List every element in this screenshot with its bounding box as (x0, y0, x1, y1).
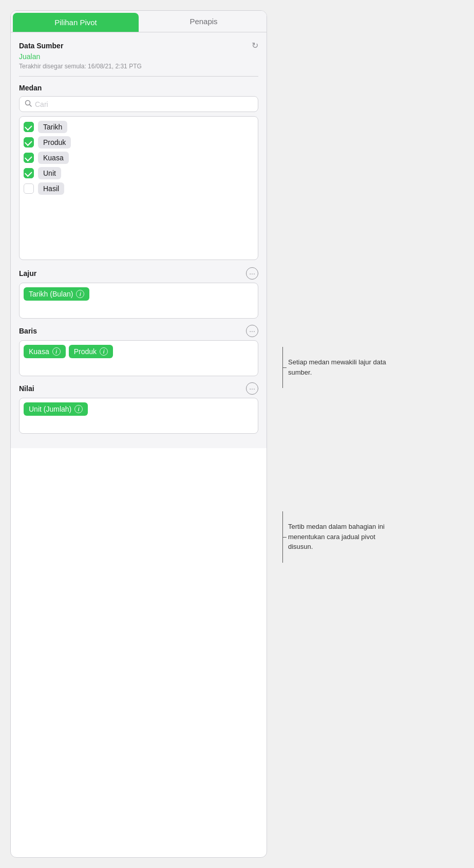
panel-body: Data Sumber ↻ Jualan Terakhir disegar se… (11, 32, 267, 448)
checkbox-hasil[interactable] (24, 183, 34, 194)
field-tag-kuasa[interactable]: Kuasa (38, 152, 69, 164)
search-icon (25, 100, 32, 108)
baris-tag-kuasa[interactable]: Kuasa i (24, 345, 66, 358)
tab-pilihan-pivot[interactable]: Pilihan Pivot (13, 13, 139, 32)
nilai-tag-info-icon[interactable]: i (74, 405, 83, 413)
annotation-2-line (282, 511, 283, 563)
search-input[interactable] (35, 100, 253, 108)
nilai-title: Nilai (19, 384, 34, 393)
field-tag-hasil[interactable]: Hasil (38, 182, 64, 195)
baris-header: Baris ··· (19, 325, 258, 337)
divider (19, 76, 258, 77)
lajur-tag-label: Tarikh (Bulan) (29, 290, 73, 298)
tab-penapis[interactable]: Penapis (141, 11, 267, 32)
search-box (19, 96, 258, 112)
main-container: Pilihan Pivot Penapis Data Sumber ↻ Jual… (0, 0, 474, 868)
pivot-panel: Pilihan Pivot Penapis Data Sumber ↻ Jual… (10, 10, 267, 858)
baris-tag-kuasa-label: Kuasa (29, 347, 49, 356)
baris-tag-produk-info-icon[interactable]: i (100, 347, 108, 356)
lajur-content: Tarikh (Bulan) i (19, 283, 258, 319)
checkbox-tarikh[interactable] (24, 122, 34, 132)
medan-title: Medan (19, 84, 258, 92)
annotation-2-bracket (282, 511, 283, 563)
field-item-produk: Produk (24, 136, 254, 149)
lajur-section: Lajur ··· Tarikh (Bulan) i (19, 267, 258, 319)
checkbox-produk[interactable] (24, 137, 34, 147)
checkbox-unit[interactable] (24, 168, 34, 178)
annotation-2-tick (282, 537, 287, 538)
field-item-hasil: Hasil (24, 182, 254, 195)
field-tag-tarikh[interactable]: Tarikh (38, 121, 67, 133)
annotation-2-text: Tertib medan dalam bahagian ini menentuk… (288, 522, 401, 552)
annotation-2: Tertib medan dalam bahagian ini menentuk… (282, 511, 474, 563)
lajur-tag-info-icon[interactable]: i (76, 290, 84, 298)
annotation-1-line (282, 347, 283, 388)
data-source-name[interactable]: Jualan (19, 52, 258, 61)
data-source-timestamp: Terakhir disegar semula: 16/08/21, 2:31 … (19, 63, 258, 70)
annotation-1-text: Setiap medan mewakili lajur data sumber. (288, 357, 401, 377)
baris-tag-kuasa-info-icon[interactable]: i (52, 347, 61, 356)
medan-section: Medan Tarikh (19, 84, 258, 260)
baris-title: Baris (19, 327, 37, 335)
field-tag-produk[interactable]: Produk (38, 136, 71, 149)
fields-list: Tarikh Produk Kuasa Unit (19, 116, 258, 260)
baris-content: Kuasa i Produk i (19, 340, 258, 376)
baris-section: Baris ··· Kuasa i Produk i (19, 325, 258, 376)
lajur-title: Lajur (19, 269, 36, 278)
checkbox-kuasa[interactable] (24, 153, 34, 163)
nilai-section: Nilai ··· Unit (Jumlah) i (19, 382, 258, 434)
field-item-kuasa: Kuasa (24, 152, 254, 164)
annotation-area: Setiap medan mewakili lajur data sumber.… (282, 10, 474, 858)
field-item-unit: Unit (24, 167, 254, 179)
refresh-icon[interactable]: ↻ (252, 41, 258, 50)
lajur-tag-tarikh-bulan[interactable]: Tarikh (Bulan) i (24, 287, 89, 301)
lajur-more-button[interactable]: ··· (246, 267, 258, 280)
baris-tag-produk-label: Produk (74, 347, 97, 356)
annotation-1: Setiap medan mewakili lajur data sumber. (282, 347, 474, 388)
nilai-tag-unit-jumlah[interactable]: Unit (Jumlah) i (24, 402, 88, 416)
nilai-more-button[interactable]: ··· (246, 382, 258, 395)
nilai-tag-label: Unit (Jumlah) (29, 405, 71, 413)
svg-line-1 (30, 105, 32, 107)
field-item-tarikh: Tarikh (24, 121, 254, 133)
baris-tag-produk[interactable]: Produk i (69, 345, 113, 358)
annotation-1-bracket (282, 347, 283, 388)
field-tag-unit[interactable]: Unit (38, 167, 61, 179)
data-sumber-header: Data Sumber ↻ (19, 41, 258, 50)
data-sumber-title: Data Sumber (19, 42, 63, 50)
baris-more-button[interactable]: ··· (246, 325, 258, 337)
lajur-header: Lajur ··· (19, 267, 258, 280)
nilai-content: Unit (Jumlah) i (19, 398, 258, 434)
nilai-header: Nilai ··· (19, 382, 258, 395)
annotation-1-tick (282, 367, 287, 368)
tab-bar: Pilihan Pivot Penapis (11, 11, 267, 32)
